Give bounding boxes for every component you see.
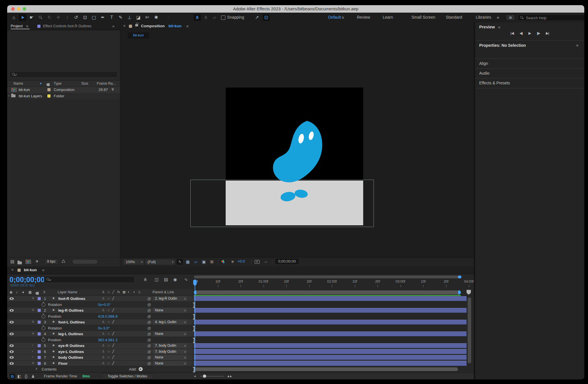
- workspace-learn[interactable]: Learn: [383, 15, 393, 20]
- parent-pick-whip-icon[interactable]: @: [147, 332, 151, 336]
- project-panel-menu-icon[interactable]: ≡: [26, 24, 28, 28]
- section-audio[interactable]: Audio: [475, 68, 584, 78]
- layer-visibility-eye-icon[interactable]: [9, 356, 14, 359]
- stopwatch-icon[interactable]: [42, 303, 45, 307]
- stopwatch-icon[interactable]: [42, 315, 45, 318]
- motion-blur-icon[interactable]: ◉: [172, 277, 178, 282]
- layer-switch-icon[interactable]: ♙: [102, 355, 105, 359]
- layer-duration-bar[interactable]: [194, 308, 467, 313]
- layer-switch-icon[interactable]: ☼: [107, 320, 110, 323]
- expand-chevron-icon[interactable]: ∨: [32, 308, 34, 312]
- toggle-switches-modes-button[interactable]: Toggle Switches / Modes: [102, 373, 153, 379]
- parent-pick-whip-icon[interactable]: @: [147, 361, 151, 366]
- layer-switch-icon[interactable]: ♙: [102, 344, 105, 347]
- property-row[interactable]: Rotation0x-3.0°@: [7, 325, 193, 331]
- layer-switch-icon[interactable]: ╱: [112, 320, 114, 324]
- workspace-standard[interactable]: Standard: [446, 15, 462, 20]
- comp-flowchart-icon[interactable]: ⋔: [142, 277, 148, 282]
- roto-brush-tool[interactable]: ✄: [144, 14, 151, 21]
- layer-color-square[interactable]: [38, 344, 41, 347]
- orbit-camera-tool[interactable]: ↻: [46, 14, 53, 21]
- show-snapshot-icon[interactable]: ∞: [263, 259, 269, 265]
- property-row[interactable]: Position362.4,581.2@: [7, 337, 193, 343]
- property-pick-whip-icon[interactable]: @: [147, 326, 151, 330]
- layer-switch-icon[interactable]: ☼: [107, 308, 110, 312]
- project-item-row[interactable]: bit-kunComposition29.97⋔: [7, 87, 120, 93]
- snap-angle-icon[interactable]: ↗: [254, 14, 260, 21]
- property-value[interactable]: 0x+0.0°: [98, 302, 111, 307]
- timeline-horizontal-scrollbar[interactable]: [194, 367, 458, 371]
- type-tool[interactable]: T: [108, 14, 115, 21]
- frame-blending-icon[interactable]: ▤: [163, 277, 169, 282]
- new-composition-icon[interactable]: [26, 260, 31, 264]
- property-pick-whip-icon[interactable]: @: [147, 302, 151, 307]
- property-row[interactable]: Rotation0x+0.0°@: [7, 302, 193, 308]
- tab-project[interactable]: Project: [11, 24, 23, 28]
- zoom-in-mountains-icon[interactable]: ▲▲: [227, 374, 231, 378]
- region-of-interest-icon[interactable]: ⊞: [209, 259, 215, 265]
- play-button[interactable]: ▶: [529, 31, 531, 38]
- brush-tool[interactable]: ✎: [117, 14, 124, 21]
- bend-pin-icon[interactable]: ▱: [211, 14, 218, 21]
- preview-panel-menu-icon[interactable]: ≡: [498, 25, 500, 30]
- properties-panel-title[interactable]: Properties: No Selection: [479, 43, 526, 48]
- graph-editor-icon[interactable]: ∿: [183, 277, 189, 282]
- previous-frame-button[interactable]: ◀|: [519, 31, 523, 38]
- hand-tool[interactable]: ☛: [28, 14, 35, 21]
- expand-chevron-icon[interactable]: ›: [32, 343, 33, 347]
- property-value[interactable]: 419.0,566.6: [98, 314, 118, 319]
- contents-row[interactable]: ∨ContentsAdd:▶: [7, 366, 193, 372]
- expand-chevron-icon[interactable]: ∨: [35, 367, 38, 371]
- help-search-input[interactable]: [525, 15, 584, 21]
- layer-duration-bar[interactable]: [194, 331, 467, 337]
- layer-duration-bar[interactable]: [194, 349, 467, 354]
- eraser-tool[interactable]: ◪: [135, 14, 142, 21]
- tab-effect-controls[interactable]: Effect Controls foot-R Outlines: [43, 24, 92, 28]
- work-area-end-handle[interactable]: [458, 290, 461, 294]
- project-flowchart-icon[interactable]: ✈: [34, 259, 40, 265]
- bit-depth-button[interactable]: 8 bpc: [45, 259, 58, 264]
- property-row[interactable]: Position419.0,566.6@: [7, 313, 193, 319]
- puppet-pin-tool[interactable]: ✱: [152, 14, 160, 21]
- stopwatch-icon[interactable]: [42, 338, 45, 342]
- work-area-bar[interactable]: [194, 290, 461, 294]
- workspace-default[interactable]: Default: [328, 15, 341, 20]
- shape-visibility-icon[interactable]: ▱: [193, 259, 199, 265]
- layer-duration-bar[interactable]: [194, 361, 467, 366]
- layer-color-square[interactable]: [38, 297, 41, 300]
- new-folder-icon[interactable]: [18, 261, 22, 264]
- property-pick-whip-icon[interactable]: @: [147, 338, 151, 342]
- workspace-small-screen[interactable]: Small Screen: [411, 15, 435, 20]
- toggle-render-pane-icon[interactable]: ♟: [30, 374, 36, 379]
- layer-switch-icon[interactable]: ╱: [112, 355, 114, 359]
- parent-pick-whip-icon[interactable]: @: [147, 308, 151, 313]
- selection-tool[interactable]: ➤: [19, 14, 26, 21]
- layer-switch-icon[interactable]: ♙: [102, 332, 105, 335]
- layer-switch-icon[interactable]: ╱: [112, 344, 114, 347]
- parent-link-select[interactable]: 7. body Outlin∨: [153, 349, 187, 354]
- tab-timeline-bitkun[interactable]: bit-kun: [24, 268, 37, 272]
- zoom-tool[interactable]: [37, 14, 44, 21]
- timeline-track-area[interactable]: :00f10f20f01:00f10f20f02:00f10f20f03:00f…: [193, 274, 474, 373]
- playhead-line[interactable]: [195, 286, 195, 372]
- layer-row[interactable]: ∨2★leg-R Outlines♙☼╱@None∨: [7, 307, 193, 313]
- comp-breadcrumb[interactable]: bit-kun: [128, 32, 149, 38]
- parent-link-select[interactable]: None∨: [153, 355, 187, 360]
- layer-switch-icon[interactable]: ☼: [107, 361, 110, 365]
- workspace-settings-icon[interactable]: ⊞: [506, 15, 515, 20]
- parent-link-select[interactable]: 7. body Outlin∨: [153, 343, 187, 348]
- layer-color-square[interactable]: [38, 309, 41, 312]
- parent-link-select[interactable]: None∨: [153, 308, 187, 313]
- layer-row[interactable]: ∨4★leg-L Outlines♙☼╱@None∨: [7, 331, 193, 337]
- layer-switch-icon[interactable]: ╱: [112, 361, 114, 365]
- layer-color-square[interactable]: [38, 356, 41, 359]
- layer-visibility-eye-icon[interactable]: [9, 321, 14, 323]
- layer-color-square[interactable]: [38, 332, 41, 335]
- layer-row[interactable]: ∨8★Floor♙☼╱@None∨: [7, 360, 193, 366]
- tab-composition-name[interactable]: bit-kun: [169, 24, 181, 28]
- timeline-navigator-bar[interactable]: [194, 276, 461, 278]
- parent-pick-whip-icon[interactable]: @: [147, 344, 151, 348]
- parent-pick-whip-icon[interactable]: @: [147, 355, 151, 360]
- project-search-field[interactable]: ▾: [9, 71, 118, 78]
- magnification-select[interactable]: 100%▾: [123, 259, 144, 265]
